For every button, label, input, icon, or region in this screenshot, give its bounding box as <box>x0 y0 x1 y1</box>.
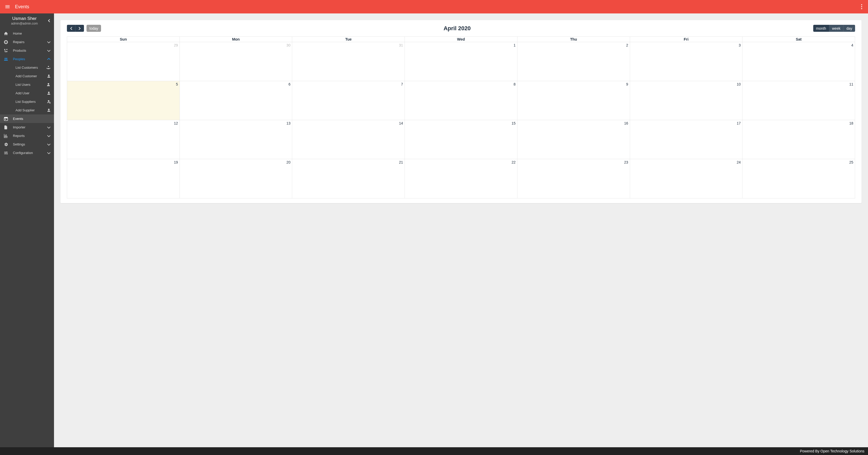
lifebuoy-icon <box>3 40 9 44</box>
sidebar-subitem-add-user[interactable]: Add User <box>0 89 54 97</box>
calendar-dow-header: Thu <box>518 37 630 42</box>
hamburger-icon[interactable] <box>3 2 12 11</box>
calendar-day-cell[interactable]: 7 <box>292 81 405 120</box>
calendar-day-cell[interactable]: 9 <box>518 81 630 120</box>
calendar-day-cell[interactable]: 6 <box>180 81 292 120</box>
sidebar-subitem-add-customer[interactable]: Add Customer <box>0 72 54 80</box>
sliders-icon <box>3 151 9 155</box>
chevron-down-icon <box>47 134 51 138</box>
sidebar: Usman Sher admin@admin.com Home Repairs <box>0 13 54 447</box>
view-week-button[interactable]: week <box>829 25 844 32</box>
chevron-up-icon <box>47 58 51 61</box>
calendar-view-switch: month week day <box>813 25 855 32</box>
calendar-day-cell[interactable]: 11 <box>742 81 855 120</box>
home-icon <box>3 31 9 36</box>
sidebar-item-label: Importer <box>9 125 47 129</box>
chevron-down-icon <box>47 126 51 129</box>
chevron-down-icon <box>47 151 51 154</box>
calendar-day-cell[interactable]: 25 <box>742 159 855 198</box>
calendar-day-cell[interactable]: 23 <box>518 159 630 198</box>
sidebar-item-home[interactable]: Home <box>0 29 54 38</box>
user-email: admin@admin.com <box>3 22 46 25</box>
sidebar-subitem-list-users[interactable]: List Users <box>0 80 54 89</box>
calendar-day-cell[interactable]: 10 <box>630 81 743 120</box>
page-title: Events <box>15 4 29 9</box>
calendar-day-cell[interactable]: 2 <box>518 42 630 81</box>
calendar-card: today April 2020 month week day SunMonTu… <box>60 20 862 203</box>
calendar-icon <box>3 117 9 121</box>
sidebar-item-settings[interactable]: Settings <box>0 140 54 149</box>
user-search-icon <box>46 99 51 104</box>
sidebar-subitem-add-supplier[interactable]: Add Supplier <box>0 106 54 115</box>
sidebar-subitem-list-customers[interactable]: List Customers <box>0 63 54 72</box>
calendar-day-cell[interactable]: 19 <box>67 159 180 198</box>
view-day-button[interactable]: day <box>843 25 855 32</box>
calendar-row: 12131415161718 <box>67 120 855 159</box>
main-content: today April 2020 month week day SunMonTu… <box>54 13 868 447</box>
calendar-grid: SunMonTueWedThuFriSat 293031123456789101… <box>67 36 855 199</box>
calendar-day-cell[interactable]: 29 <box>67 42 180 81</box>
calendar-dow-header: Sun <box>67 37 180 42</box>
footer-text: Powered By Open Technology Solutions <box>800 449 864 453</box>
sidebar-item-repairs[interactable]: Repairs <box>0 38 54 46</box>
gear-icon <box>3 142 9 147</box>
chevron-down-icon <box>47 40 51 44</box>
topbar: Events <box>0 0 868 13</box>
calendar-day-cell[interactable]: 18 <box>742 120 855 159</box>
user-tree-icon <box>46 65 51 70</box>
sidebar-item-label: List Customers <box>9 66 46 69</box>
sidebar-item-label: Products <box>9 49 47 53</box>
sidebar-item-label: List Users <box>9 83 46 87</box>
sidebar-item-label: Events <box>9 117 51 121</box>
sidebar-item-label: Home <box>9 32 51 35</box>
sidebar-item-label: Reports <box>9 134 47 138</box>
calendar-day-cell[interactable]: 8 <box>405 81 518 120</box>
sidebar-item-label: Add User <box>9 91 46 95</box>
calendar-day-cell[interactable]: 3 <box>630 42 743 81</box>
tree-icon <box>3 48 9 53</box>
calendar-next-button[interactable] <box>75 25 84 32</box>
sidebar-item-products[interactable]: Products <box>0 46 54 55</box>
sidebar-item-peoples[interactable]: Peoples <box>0 55 54 63</box>
chevron-down-icon <box>47 143 51 146</box>
sidebar-item-importer[interactable]: Importer <box>0 123 54 131</box>
calendar-prev-button[interactable] <box>67 25 75 32</box>
user-name: Usman Sher <box>3 16 46 21</box>
calendar-day-cell[interactable]: 17 <box>630 120 743 159</box>
calendar-day-cell[interactable]: 24 <box>630 159 743 198</box>
more-options-icon[interactable] <box>858 2 865 11</box>
calendar-day-cell[interactable]: 12 <box>67 120 180 159</box>
calendar-title: April 2020 <box>101 25 813 32</box>
calendar-row: 19202122232425 <box>67 159 855 198</box>
sidebar-subitem-list-suppliers[interactable]: List Suppliers <box>0 97 54 106</box>
today-button[interactable]: today <box>87 25 101 32</box>
calendar-day-cell[interactable]: 5 <box>67 81 180 120</box>
user-icon <box>46 83 51 87</box>
calendar-day-cell[interactable]: 30 <box>180 42 292 81</box>
sidebar-collapse-icon[interactable] <box>46 19 52 23</box>
user-add-icon <box>46 91 51 95</box>
calendar-row: 567891011 <box>67 81 855 120</box>
calendar-day-cell[interactable]: 13 <box>180 120 292 159</box>
calendar-day-cell[interactable]: 14 <box>292 120 405 159</box>
calendar-row: 2930311234 <box>67 42 855 81</box>
sidebar-item-reports[interactable]: Reports <box>0 131 54 140</box>
calendar-day-cell[interactable]: 16 <box>518 120 630 159</box>
user-add-icon <box>46 74 51 78</box>
sidebar-item-configuration[interactable]: Configuration <box>0 149 54 157</box>
calendar-day-cell[interactable]: 21 <box>292 159 405 198</box>
calendar-day-cell[interactable]: 22 <box>405 159 518 198</box>
sidebar-item-label: Add Customer <box>9 74 46 78</box>
sidebar-item-label: List Suppliers <box>9 100 46 103</box>
calendar-day-cell[interactable]: 4 <box>742 42 855 81</box>
calendar-dow-header: Mon <box>180 37 292 42</box>
calendar-day-cell[interactable]: 1 <box>405 42 518 81</box>
people-icon <box>3 57 9 61</box>
calendar-day-cell[interactable]: 20 <box>180 159 292 198</box>
calendar-day-cell[interactable]: 15 <box>405 120 518 159</box>
sidebar-item-label: Peoples <box>9 57 47 61</box>
sidebar-item-label: Repairs <box>9 40 47 44</box>
sidebar-item-events[interactable]: Events <box>0 115 54 123</box>
view-month-button[interactable]: month <box>813 25 829 32</box>
calendar-day-cell[interactable]: 31 <box>292 42 405 81</box>
